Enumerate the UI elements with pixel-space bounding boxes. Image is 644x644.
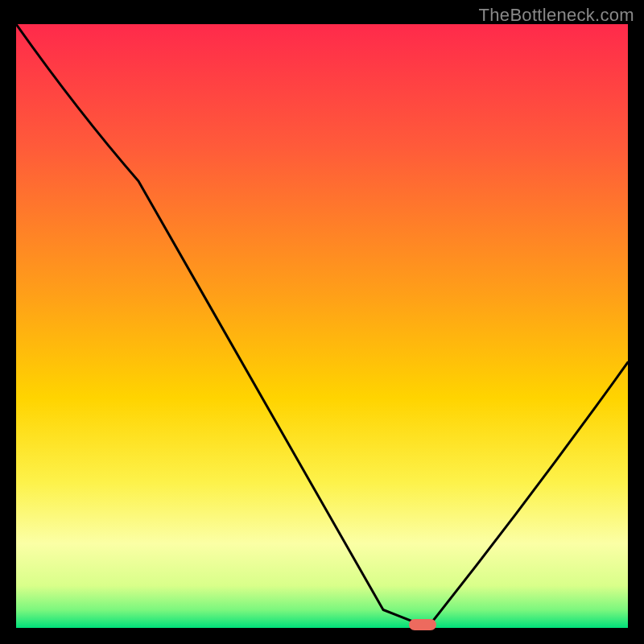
heatmap-background bbox=[16, 24, 628, 628]
watermark-label: TheBottleneck.com bbox=[479, 5, 634, 26]
chart-frame: TheBottleneck.com bbox=[0, 0, 644, 644]
chart-svg bbox=[16, 24, 628, 628]
optimal-marker bbox=[409, 619, 436, 630]
plot-area bbox=[16, 24, 628, 628]
